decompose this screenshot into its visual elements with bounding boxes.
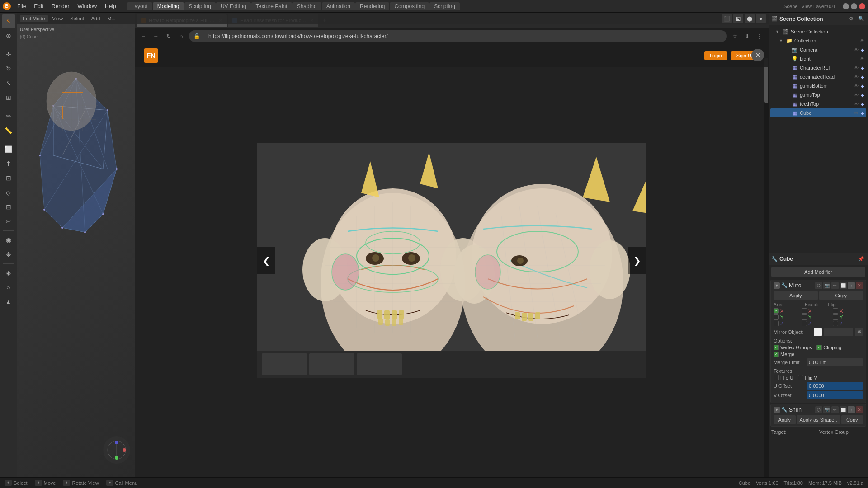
tool-measure[interactable]: 📏 — [2, 124, 15, 137]
tree-row-collection[interactable]: ▼ 📁 Collection 👁 — [770, 36, 866, 45]
shrink-apply-button[interactable]: Apply — [774, 415, 796, 424]
shrink-up-icon[interactable]: ↑ — [848, 406, 855, 413]
tool-knife[interactable]: ✂ — [2, 215, 15, 228]
search-scene-icon[interactable]: 🔍 — [857, 15, 865, 23]
flip-u-checkbox[interactable] — [774, 375, 779, 380]
bisect-y-checkbox[interactable] — [802, 314, 807, 320]
browser-refresh-button[interactable]: ↻ — [164, 31, 174, 41]
tab-layout[interactable]: Layout — [127, 2, 152, 10]
mirror-copy-button[interactable]: Copy — [819, 291, 863, 300]
teethtop-eye[interactable]: 👁 — [854, 102, 859, 107]
shrink-apply-as-shape-button[interactable]: Apply as Shape . — [797, 415, 840, 424]
tree-row-gumstop[interactable]: ▦ gumsTop 👁 ◆ — [770, 90, 866, 99]
mirror-object-field[interactable] — [824, 328, 853, 336]
edit-mode-dropdown[interactable]: Edit Mode — [20, 15, 48, 22]
menu-edit[interactable]: Edit — [30, 2, 47, 10]
gumstop-eye[interactable]: 👁 — [854, 93, 859, 98]
decimatedhead-eye[interactable]: 👁 — [854, 75, 859, 80]
mirror-object-eyedropper[interactable]: ✱ — [855, 328, 863, 336]
mirror-edit-icon[interactable]: ✏ — [831, 282, 839, 289]
browser-bookmark-button[interactable]: ☆ — [730, 31, 740, 41]
mirror-apply-button[interactable]: Apply — [774, 291, 818, 300]
tree-row-decimatedhead[interactable]: ▦ decimatedHead 👁 ◆ — [770, 72, 866, 81]
mesh-menu[interactable]: M... — [104, 15, 118, 22]
site-login-btn[interactable]: Login — [704, 51, 727, 60]
u-offset-field[interactable]: 0.0000 — [807, 382, 863, 390]
view-menu[interactable]: View — [50, 15, 66, 22]
mirror-delete-icon[interactable]: ✕ — [856, 282, 863, 289]
tool-cursor[interactable]: ⊕ — [2, 29, 15, 42]
window-maximize[interactable] — [851, 3, 857, 9]
mirror-expand-toggle[interactable]: ▼ — [774, 282, 780, 289]
gumsbottom-eye[interactable]: 👁 — [854, 84, 859, 89]
tool-add-cube[interactable]: ⬜ — [2, 142, 15, 156]
mirror-cage-icon[interactable]: ⬜ — [840, 282, 847, 289]
browser-forward-button[interactable]: → — [151, 31, 161, 41]
tool-to-sphere[interactable]: ○ — [2, 281, 15, 294]
tool-inset[interactable]: ⊡ — [2, 171, 15, 185]
tool-extrude[interactable]: ⬆ — [2, 157, 15, 170]
axis-y-checkbox[interactable] — [774, 314, 779, 320]
browser-scrollbar[interactable] — [764, 44, 769, 477]
tool-bevel[interactable]: ◇ — [2, 186, 15, 199]
tool-scale[interactable]: ⤡ — [2, 76, 15, 90]
characterref-eye[interactable]: 👁 — [854, 66, 859, 70]
slideshow-prev-button[interactable]: ❮ — [257, 247, 275, 274]
menu-render[interactable]: Render — [48, 2, 73, 10]
add-modifier-button[interactable]: Add Modifier — [771, 267, 865, 277]
tool-select[interactable]: ↖ — [2, 14, 15, 28]
shrink-edit-icon[interactable]: ✏ — [831, 406, 839, 413]
slideshow-next-button[interactable]: ❯ — [628, 247, 646, 274]
tree-row-gumsbottom[interactable]: ▦ gumsBottom 👁 ◆ — [770, 81, 866, 90]
flip-z-checkbox[interactable] — [833, 321, 838, 326]
tool-shrink-fatten[interactable]: ❋ — [2, 248, 15, 261]
tab-shading[interactable]: Shading — [292, 2, 321, 10]
close-overlay-button[interactable]: ✕ — [751, 49, 764, 61]
tab-sculpting[interactable]: Sculpting — [184, 2, 216, 10]
tab-uv-editing[interactable]: UV Editing — [216, 2, 251, 10]
shrink-expand-toggle[interactable]: ▼ — [774, 407, 780, 413]
shrink-cage-icon[interactable]: ⬜ — [840, 406, 847, 413]
axis-x-checkbox[interactable]: ✓ — [774, 308, 779, 314]
shrink-copy-button[interactable]: Copy — [841, 415, 863, 424]
tool-rotate[interactable]: ↻ — [2, 62, 15, 75]
vertex-groups-checkbox[interactable]: ✓ — [774, 345, 779, 350]
shrink-delete-icon[interactable]: ✕ — [856, 406, 863, 413]
tree-row-light[interactable]: 💡 Light 👁 — [770, 54, 866, 63]
menu-file[interactable]: File — [14, 2, 29, 10]
mirror-up-icon[interactable]: ↑ — [848, 282, 855, 289]
tool-shear[interactable]: ◈ — [2, 266, 15, 280]
tab-scripting[interactable]: Scripting — [429, 2, 460, 10]
v-offset-field[interactable]: 0.0000 — [807, 391, 863, 399]
address-input[interactable] — [203, 30, 722, 42]
flip-x-checkbox[interactable] — [833, 308, 838, 314]
select-menu[interactable]: Select — [67, 15, 87, 22]
tool-move[interactable]: ✛ — [2, 47, 15, 61]
merge-checkbox[interactable]: ✓ — [774, 352, 779, 357]
shrink-realtime-icon[interactable]: ⬡ — [815, 406, 822, 413]
tab-animation[interactable]: Animation — [322, 2, 355, 10]
collection-eye[interactable]: 👁 — [860, 38, 864, 43]
merge-limit-field[interactable]: 0.001 m — [807, 358, 863, 366]
clipping-checkbox[interactable]: ✓ — [816, 345, 822, 350]
menu-help[interactable]: Help — [101, 2, 120, 10]
viewport-mode-wire[interactable]: ⬕ — [733, 14, 743, 23]
tree-row-cube[interactable]: ▦ Cube 👁 ◆ — [770, 108, 866, 117]
flip-y-checkbox[interactable] — [833, 314, 838, 320]
camera-eye[interactable]: 👁 — [854, 47, 859, 52]
tree-row-characterref[interactable]: ▦ CharacterREF 👁 ◆ — [770, 63, 866, 72]
bisect-z-checkbox[interactable] — [802, 321, 807, 326]
properties-pin-icon[interactable]: 📌 — [857, 255, 865, 263]
tool-smooth[interactable]: ◉ — [2, 233, 15, 247]
browser-back-button[interactable]: ← — [138, 31, 148, 41]
tool-rip[interactable]: ▲ — [2, 295, 15, 309]
mirror-render-icon[interactable]: 📷 — [823, 282, 830, 289]
axis-z-checkbox[interactable] — [774, 321, 779, 326]
tab-modeling[interactable]: Modeling — [153, 2, 184, 10]
tool-annotate[interactable]: ✏ — [2, 109, 15, 123]
tab-rendering[interactable]: Rendering — [355, 2, 389, 10]
browser-download-button[interactable]: ⬇ — [742, 31, 752, 41]
tree-row-scene[interactable]: ▼ 🎬 Scene Collection — [770, 27, 866, 36]
tab-compositing[interactable]: Compositing — [390, 2, 429, 10]
flip-v-checkbox[interactable] — [798, 375, 803, 380]
